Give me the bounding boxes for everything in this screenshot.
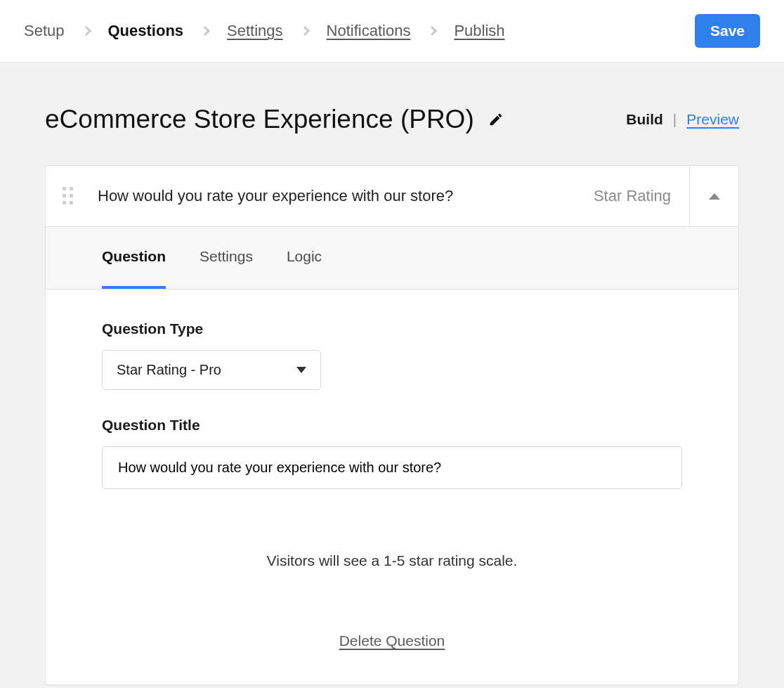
chevron-down-icon (296, 367, 306, 373)
nav-setup[interactable]: Setup (24, 22, 65, 40)
question-header-title: How would you rate your experience with … (98, 187, 453, 205)
tab-settings[interactable]: Settings (200, 227, 253, 289)
save-button[interactable]: Save (695, 14, 760, 48)
question-header-type: Star Rating (594, 187, 671, 205)
question-card: How would you rate your experience with … (45, 165, 739, 685)
nav-settings[interactable]: Settings (227, 22, 283, 40)
collapse-button[interactable] (689, 166, 738, 226)
chevron-right-icon (300, 26, 310, 36)
question-tabs: Question Settings Logic (46, 227, 738, 290)
chevron-right-icon (81, 26, 91, 36)
separator: | (673, 111, 677, 128)
drag-handle-icon[interactable] (63, 187, 78, 205)
question-title-input[interactable] (102, 446, 682, 489)
page-title: eCommerce Store Experience (PRO) (45, 105, 474, 134)
chevron-right-icon (427, 26, 437, 36)
chevron-up-icon (709, 193, 720, 200)
title-row: eCommerce Store Experience (PRO) Build |… (45, 105, 739, 134)
tab-question[interactable]: Question (102, 227, 166, 289)
top-nav: Setup Questions Settings Notifications P… (0, 0, 784, 63)
question-body: Question Type Star Rating - Pro Question… (46, 290, 738, 684)
question-title-label: Question Title (102, 417, 682, 434)
mode-toggle: Build | Preview (626, 111, 739, 128)
chevron-right-icon (200, 26, 210, 36)
nav-notifications[interactable]: Notifications (327, 22, 411, 40)
question-type-select[interactable]: Star Rating - Pro (102, 350, 321, 390)
edit-icon[interactable] (488, 112, 504, 127)
tab-logic[interactable]: Logic (287, 227, 322, 289)
nav-questions[interactable]: Questions (108, 22, 184, 40)
mode-build[interactable]: Build (626, 111, 663, 128)
main-content: eCommerce Store Experience (PRO) Build |… (0, 63, 784, 688)
nav-publish[interactable]: Publish (454, 22, 504, 40)
question-hint: Visitors will see a 1-5 star rating scal… (102, 552, 682, 569)
delete-question-link[interactable]: Delete Question (339, 632, 445, 649)
question-type-value: Star Rating - Pro (117, 362, 221, 378)
mode-preview[interactable]: Preview (686, 111, 739, 128)
question-type-label: Question Type (102, 320, 682, 337)
question-card-header: How would you rate your experience with … (46, 166, 738, 227)
